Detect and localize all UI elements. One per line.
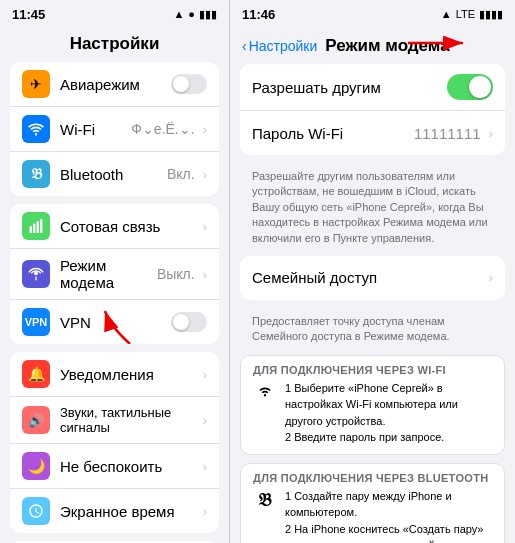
airplane-label: Авиарежим	[60, 76, 171, 93]
right-signal-icon: ▲	[441, 8, 452, 20]
wifi-value: Ф⌄е.Ё.⌄.	[131, 121, 194, 137]
sidebar-item-notifications[interactable]: 🔔 Уведомления ›	[10, 352, 219, 397]
right-status-bar: 11:46 ▲ LTE ▮▮▮▮	[230, 0, 515, 28]
wifi-password-value: 11111111	[414, 125, 481, 142]
wifi-conn-steps: 1 Выберите «iPhone Сергей» в настройках …	[285, 380, 492, 446]
bluetooth-label: Bluetooth	[60, 166, 167, 183]
hotspot-icon	[22, 260, 50, 288]
hotspot-value: Выкл.	[157, 266, 195, 282]
sidebar-item-cellular[interactable]: Сотовая связь ›	[10, 204, 219, 249]
hotspot-label: Режим модема	[60, 257, 157, 291]
svg-point-4	[34, 271, 38, 275]
bt-connection-block: Для подключения через Bluetooth 𝔅 1 Созд…	[240, 463, 505, 543]
wifi-chevron-icon: ›	[203, 122, 207, 137]
notifications-icon: 🔔	[22, 360, 50, 388]
cellular-chevron-icon: ›	[203, 219, 207, 234]
vpn-icon: VPN	[22, 308, 50, 336]
settings-list: ✈ Авиарежим Wi-Fi Ф⌄е.Ё.⌄. › 𝔅 Bluetooth	[0, 62, 229, 543]
allow-others-toggle[interactable]	[447, 74, 493, 100]
sidebar-item-hotspot[interactable]: Режим модема Выкл. ›	[10, 249, 219, 300]
right-lte-icon: LTE	[456, 8, 475, 20]
toggle-knob	[469, 76, 491, 98]
left-status-bar: 11:45 ▲ ● ▮▮▮	[0, 0, 229, 28]
right-status-icons: ▲ LTE ▮▮▮▮	[441, 8, 503, 21]
right-content: Разрешать другим Пароль Wi-Fi 11111111 ›…	[230, 64, 515, 543]
cellular-label: Сотовая связь	[60, 218, 199, 235]
hotspot-chevron-icon: ›	[203, 267, 207, 282]
hotspot-description: Разрешайте другим пользователям или устр…	[240, 163, 505, 256]
bt-conn-title: Для подключения через Bluetooth	[253, 472, 492, 484]
wifi-connection-block: Для подключения через Wi-Fi 1 Выберите «…	[240, 355, 505, 455]
wifi-conn-title: Для подключения через Wi-Fi	[253, 364, 492, 376]
right-time: 11:46	[242, 7, 275, 22]
svg-rect-5	[35, 277, 36, 281]
svg-rect-2	[37, 221, 39, 233]
wifi-icon	[22, 115, 50, 143]
wifi-conn-body: 1 Выберите «iPhone Сергей» в настройках …	[253, 380, 492, 446]
bt-conn-steps: 1 Создайте пару между iPhone и компьютер…	[285, 488, 492, 543]
svg-rect-0	[30, 226, 32, 233]
battery-icon: ▮▮▮	[199, 8, 217, 21]
bluetooth-chevron-icon: ›	[203, 167, 207, 182]
allow-others-item[interactable]: Разрешать другим	[240, 64, 505, 111]
sidebar-item-sounds[interactable]: 🔊 Звуки, тактильные сигналы ›	[10, 397, 219, 444]
svg-rect-3	[40, 219, 42, 233]
family-access-label: Семейный доступ	[252, 269, 485, 286]
sidebar-item-wifi[interactable]: Wi-Fi Ф⌄е.Ё.⌄. ›	[10, 107, 219, 152]
signal-icon: ▲	[173, 8, 184, 20]
red-arrow-left	[100, 306, 160, 344]
bt-conn-body: 𝔅 1 Создайте пару между iPhone и компьют…	[253, 488, 492, 543]
bluetooth-icon: 𝔅	[22, 160, 50, 188]
screen-time-chevron-icon: ›	[203, 504, 207, 519]
allow-others-label: Разрешать другим	[252, 79, 447, 96]
bt-conn-icon: 𝔅	[253, 488, 277, 543]
screen-time-icon	[22, 497, 50, 525]
airplane-icon: ✈	[22, 70, 50, 98]
dnd-chevron-icon: ›	[203, 459, 207, 474]
sidebar-item-dnd[interactable]: 🌙 Не беспокоить ›	[10, 444, 219, 489]
vpn-toggle[interactable]	[171, 312, 207, 332]
left-nav-header: Настройки	[0, 28, 229, 62]
arrow-svg	[100, 306, 160, 344]
dnd-icon: 🌙	[22, 452, 50, 480]
wifi-password-label: Пароль Wi-Fi	[252, 125, 414, 142]
right-battery-icon: ▮▮▮▮	[479, 8, 503, 21]
red-arrow-right	[403, 28, 473, 58]
bluetooth-value: Вкл.	[167, 166, 195, 182]
back-button[interactable]: ‹ Настройки	[242, 38, 317, 54]
settings-group-2: Сотовая связь › Режим модема Выкл. ›	[10, 204, 219, 344]
dnd-label: Не беспокоить	[60, 458, 199, 475]
back-label: Настройки	[249, 38, 318, 54]
wifi-conn-icon	[253, 380, 277, 446]
wifi-password-chevron-icon: ›	[489, 126, 493, 141]
sidebar-item-screen-time[interactable]: Экранное время ›	[10, 489, 219, 533]
settings-group-1: ✈ Авиарежим Wi-Fi Ф⌄е.Ё.⌄. › 𝔅 Bluetooth	[10, 62, 219, 196]
right-panel: 11:46 ▲ LTE ▮▮▮▮ ‹ Настройки Режим модем…	[230, 0, 515, 543]
family-chevron-icon: ›	[489, 270, 493, 285]
cellular-icon	[22, 212, 50, 240]
left-panel: 11:45 ▲ ● ▮▮▮ Настройки ✈ Авиарежим	[0, 0, 230, 543]
wifi-password-item[interactable]: Пароль Wi-Fi 11111111 ›	[240, 111, 505, 155]
svg-rect-1	[33, 224, 35, 233]
settings-group-3: 🔔 Уведомления › 🔊 Звуки, тактильные сигн…	[10, 352, 219, 533]
left-title: Настройки	[70, 34, 160, 53]
family-description: Предоставляет точку доступа членам Семей…	[240, 308, 505, 355]
wifi-status-icon: ●	[188, 8, 195, 20]
family-access-item[interactable]: Семейный доступ ›	[240, 256, 505, 300]
back-chevron-icon: ‹	[242, 38, 247, 54]
right-nav: ‹ Настройки Режим модема	[230, 28, 515, 64]
notif-chevron-icon: ›	[203, 367, 207, 382]
left-status-icons: ▲ ● ▮▮▮	[173, 8, 217, 21]
airplane-toggle[interactable]	[171, 74, 207, 94]
family-access-group: Семейный доступ ›	[240, 256, 505, 300]
left-time: 11:45	[12, 7, 45, 22]
sounds-chevron-icon: ›	[203, 413, 207, 428]
screen-time-label: Экранное время	[60, 503, 199, 520]
sounds-label: Звуки, тактильные сигналы	[60, 405, 199, 435]
hotspot-settings-group: Разрешать другим Пароль Wi-Fi 11111111 ›	[240, 64, 505, 155]
sidebar-item-airplane[interactable]: ✈ Авиарежим	[10, 62, 219, 107]
notifications-label: Уведомления	[60, 366, 199, 383]
sounds-icon: 🔊	[22, 406, 50, 434]
sidebar-item-bluetooth[interactable]: 𝔅 Bluetooth Вкл. ›	[10, 152, 219, 196]
wifi-label: Wi-Fi	[60, 121, 131, 138]
